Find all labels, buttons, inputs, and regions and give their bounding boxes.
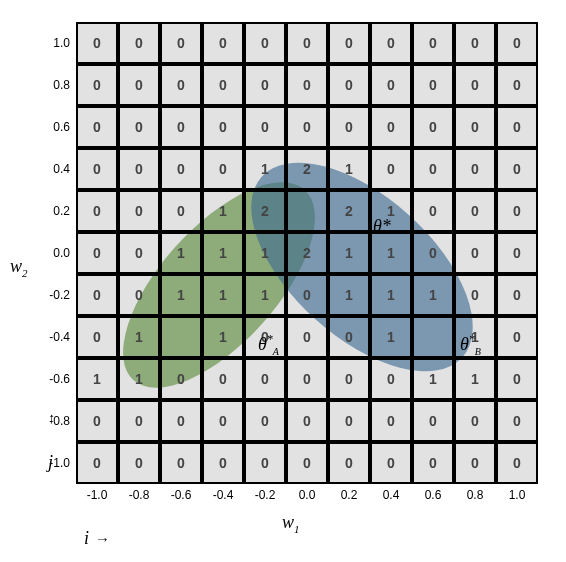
cell-value: 0 [135,77,143,93]
cell-value: 0 [429,35,437,51]
grid-cell: 0 [202,442,244,484]
theta-b-sup: * [469,332,475,346]
grid-cell: 0 [412,22,454,64]
grid-cell: 0 [202,148,244,190]
cell-value: 1 [261,245,269,261]
cell-value: 1 [387,287,395,303]
x-tick: 0.4 [370,488,412,506]
cell-value: 0 [345,371,353,387]
cell-value: 0 [471,77,479,93]
grid-cell: 0 [328,442,370,484]
theta-a-base: θ [258,334,267,354]
cell-value: 0 [93,329,101,345]
cell-value: 0 [471,203,479,219]
grid-cell: 0 [160,106,202,148]
grid-cell: 0 [118,232,160,274]
cell-value: 0 [345,77,353,93]
cell-value: 1 [429,287,437,303]
cell-value: 0 [93,413,101,429]
cell-value: 1 [219,245,227,261]
theta-b-sub: B [475,346,481,357]
grid-cell: 0 [328,400,370,442]
theta-a-sub: A [273,346,279,357]
cell-value: 0 [345,455,353,471]
grid-cell: 0 [454,64,496,106]
grid-cell: 0 [370,148,412,190]
figure: 0000000000000000000000000000000000000121… [0,0,566,562]
grid-cell: 0 [328,64,370,106]
x-tick: -1.0 [76,488,118,506]
grid-cell: 0 [496,400,538,442]
cell-value: 0 [471,119,479,135]
cell-value: 0 [471,455,479,471]
grid-cell: 0 [286,274,328,316]
grid-cell: 0 [286,316,328,358]
right-arrow-icon: → [95,531,110,547]
cell-value: 0 [303,287,311,303]
grid-cell: 0 [202,106,244,148]
grid-cell: 0 [496,316,538,358]
x-axis-sub: 1 [294,523,300,535]
y-tick: 0.4 [40,148,74,190]
x-tick: 0.2 [328,488,370,506]
cell-value: 0 [345,329,353,345]
cell-value: 0 [471,161,479,177]
grid-cell: 0 [412,64,454,106]
grid-cell: 0 [76,316,118,358]
cell-value: 0 [93,77,101,93]
grid-cell: 0 [286,400,328,442]
grid-cell: 0 [286,106,328,148]
cell-value: 0 [93,119,101,135]
grid-cell: 0 [244,22,286,64]
up-arrow-icon: ↑ [48,410,56,427]
x-tick: -0.8 [118,488,160,506]
grid-cell: 0 [328,316,370,358]
y-tick: -1.0 [40,442,74,484]
cell-value: 0 [219,455,227,471]
cell-value: 0 [93,455,101,471]
cell-value: 0 [177,35,185,51]
heatmap-grid: 0000000000000000000000000000000000000121… [76,22,538,484]
cell-value: 2 [345,203,353,219]
grid-cell: 0 [160,400,202,442]
grid-cell: 0 [412,442,454,484]
cell-value: 0 [429,455,437,471]
grid-cell: 0 [202,22,244,64]
theta-a-label: θ*A [258,332,279,357]
cell-value: 0 [345,35,353,51]
grid-cell: 1 [118,358,160,400]
cell-value: 1 [135,371,143,387]
cell-value: 0 [513,329,521,345]
cell-value: 1 [219,287,227,303]
grid-cell: 1 [160,232,202,274]
cell-value: 0 [303,455,311,471]
cell-value: 0 [177,371,185,387]
cell-value: 0 [387,413,395,429]
grid-cell: 0 [244,106,286,148]
cell-value: 0 [303,35,311,51]
grid-cell: 1 [328,232,370,274]
x-tick: -0.4 [202,488,244,506]
x-tick: -0.2 [244,488,286,506]
cell-value: 1 [345,161,353,177]
cell-value: 0 [177,455,185,471]
cell-value: 0 [429,245,437,261]
cell-value: 0 [513,35,521,51]
grid-cell: 1 [454,358,496,400]
cell-value: 1 [219,329,227,345]
y-tick: 0.8 [40,64,74,106]
grid-cell: 0 [160,190,202,232]
grid-cell: 0 [76,442,118,484]
cell-value: 0 [135,287,143,303]
x-tick: 1.0 [496,488,538,506]
grid-cell: 1 [202,274,244,316]
grid-cell: 0 [454,232,496,274]
cell-value: 1 [219,203,227,219]
grid-cell: 0 [160,22,202,64]
grid-cell: 0 [244,64,286,106]
grid-cell: 1 [202,190,244,232]
cell-value: 0 [513,119,521,135]
x-axis-title: w1 [282,512,300,535]
grid-cell: 0 [496,442,538,484]
cell-value: 1 [177,287,185,303]
